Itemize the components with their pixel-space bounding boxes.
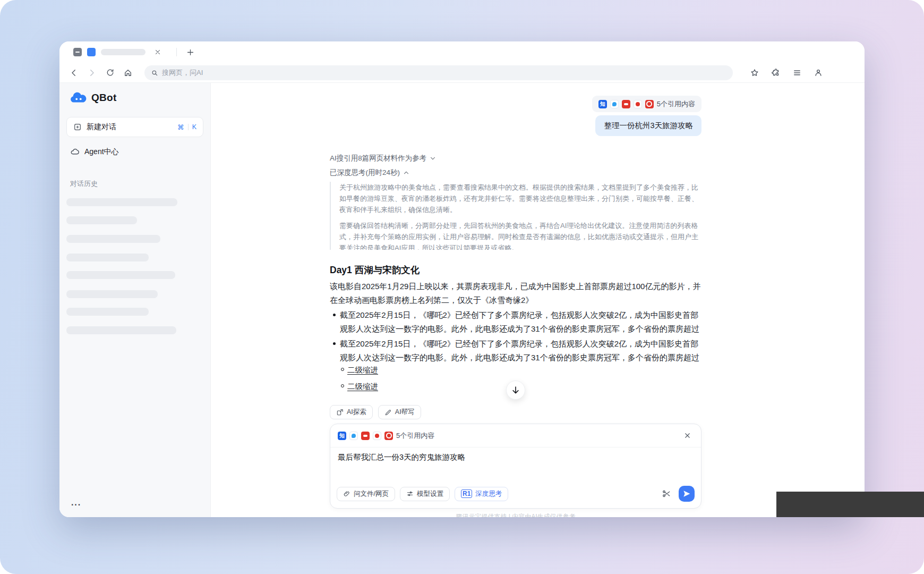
source-favicon bbox=[349, 432, 358, 440]
send-button[interactable] bbox=[679, 486, 695, 502]
extensions-icon[interactable] bbox=[769, 66, 783, 80]
chat-history-item-skeleton[interactable] bbox=[66, 216, 137, 224]
sidebar: QBot 新建对话 ⌘ K Agent中心 对话历史 bbox=[59, 83, 211, 517]
zhihu-favicon: 知 bbox=[598, 100, 607, 108]
answer-bullet: 截至2025年2月15日，《哪吒2》已经创下了多个票房纪录，包括观影人次突破2亿… bbox=[330, 308, 701, 337]
chat-history-item-skeleton[interactable] bbox=[66, 235, 160, 243]
composer-citation-row[interactable]: 知 5个引用内容 bbox=[330, 424, 701, 448]
tab-divider bbox=[176, 48, 177, 56]
forward-icon[interactable] bbox=[85, 66, 99, 80]
chat-history-item-skeleton[interactable] bbox=[66, 198, 177, 206]
address-bar-placeholder: 搜网页，问AI bbox=[162, 68, 203, 78]
bullet-dot bbox=[333, 314, 336, 316]
composer-input[interactable]: 最后帮我汇总一份3天的穷鬼旅游攻略 bbox=[338, 452, 694, 463]
composer-toolbar: 问文件/网页 模型设置 R1 深度思考 bbox=[337, 486, 695, 502]
tab-title-skeleton bbox=[101, 49, 146, 55]
new-chat-shortcut: ⌘ K bbox=[177, 123, 196, 131]
bullet-dot bbox=[333, 342, 336, 345]
sub-bullet-ring bbox=[341, 384, 344, 387]
qbot-logo-icon bbox=[70, 91, 87, 104]
chat-history-item-skeleton[interactable] bbox=[66, 254, 149, 261]
search-reference-label: AI搜引用8篇网页材料作为参考 bbox=[330, 154, 426, 163]
profile-icon[interactable] bbox=[811, 66, 825, 80]
qbot-logo-text: QBot bbox=[91, 92, 117, 104]
composer-toolbar-right bbox=[662, 486, 695, 502]
source-favicon bbox=[373, 432, 381, 440]
sidebar-more-button[interactable]: ··· bbox=[71, 500, 81, 510]
thinking-paragraph: 需要确保回答结构清晰，分两部分处理，先回答杭州的美食地点，再结合AI理论给出优化… bbox=[339, 220, 701, 250]
source-favicon bbox=[384, 432, 393, 440]
search-reference-toggle[interactable]: AI搜引用8篇网页材料作为参考 bbox=[330, 154, 437, 163]
arrow-down-icon bbox=[511, 385, 520, 395]
new-tab-button[interactable] bbox=[183, 45, 197, 59]
source-favicon bbox=[645, 100, 654, 108]
citation-count-label: 5个引用内容 bbox=[657, 99, 695, 109]
tab-bar bbox=[59, 41, 865, 63]
chat-main: 知 5个引用内容 整理一份杭州3天旅游攻略 AI搜引用8篇网页材料作为参考 bbox=[211, 83, 865, 517]
chat-history-item-skeleton[interactable] bbox=[66, 290, 158, 298]
sidebar-item-agent-center[interactable]: Agent中心 bbox=[70, 147, 119, 157]
home-icon[interactable] bbox=[121, 66, 135, 80]
chat-history-title: 对话历史 bbox=[70, 179, 98, 189]
shortcut-divider bbox=[188, 124, 189, 130]
new-chat-label: 新建对话 bbox=[87, 122, 116, 132]
source-favicon bbox=[361, 432, 370, 440]
chevron-down-icon bbox=[429, 155, 437, 162]
menu-icon[interactable] bbox=[790, 66, 804, 80]
search-icon bbox=[151, 69, 158, 77]
tab-close-icon[interactable] bbox=[151, 45, 165, 59]
chat-history-item-skeleton[interactable] bbox=[66, 308, 149, 316]
citation-count-label: 5个引用内容 bbox=[396, 431, 434, 441]
sub-bullet-ring bbox=[341, 368, 344, 371]
chat-history-item-skeleton[interactable] bbox=[66, 271, 175, 279]
refresh-icon[interactable] bbox=[103, 66, 117, 80]
answer-sub-bullet[interactable]: 二级缩进 bbox=[330, 382, 378, 392]
window-body: QBot 新建对话 ⌘ K Agent中心 对话历史 bbox=[59, 83, 865, 517]
tab-group-icon bbox=[73, 48, 82, 56]
tab-favicon bbox=[87, 48, 96, 56]
model-settings-button[interactable]: 模型设置 bbox=[400, 487, 450, 501]
deep-think-r1-button[interactable]: R1 深度思考 bbox=[455, 487, 508, 501]
shortcut-key: K bbox=[192, 123, 196, 131]
new-chat-button[interactable]: 新建对话 ⌘ K bbox=[66, 117, 203, 137]
agent-cloud-icon bbox=[70, 147, 80, 157]
thinking-block: 关于杭州旅游攻略中的美食地点，需要查看搜索结果中的文档。根据提供的搜索结果，文档… bbox=[330, 182, 701, 250]
scroll-to-bottom-button[interactable] bbox=[506, 381, 525, 400]
footer-disclaimer: 腾讯元宝提供支持 | 内容由AI生成仅供参考 bbox=[330, 512, 701, 517]
page-background: 搜网页，问AI bbox=[0, 0, 924, 574]
chat-column: 知 5个引用内容 整理一份杭州3天旅游攻略 AI搜引用8篇网页材料作为参考 bbox=[330, 83, 701, 517]
answer-sub-bullet[interactable]: 二级缩进 bbox=[330, 365, 378, 375]
source-favicon bbox=[622, 100, 630, 108]
video-overlay bbox=[776, 492, 924, 517]
deep-think-toggle[interactable]: 已深度思考(用时24秒) bbox=[330, 168, 410, 178]
chat-history-item-skeleton[interactable] bbox=[66, 326, 176, 334]
shortcut-cmd: ⌘ bbox=[177, 123, 184, 131]
composer[interactable]: 知 5个引用内容 最后帮我汇总一份3天的穷鬼旅游攻略 bbox=[330, 424, 701, 509]
source-favicon bbox=[610, 100, 619, 108]
thinking-paragraph: 关于杭州旅游攻略中的美食地点，需要查看搜索结果中的文档。根据提供的搜索结果，文档… bbox=[339, 182, 701, 215]
agent-center-label: Agent中心 bbox=[84, 147, 119, 157]
back-icon[interactable] bbox=[67, 66, 81, 80]
settings-sliders-icon bbox=[406, 490, 414, 497]
browser-window: 搜网页，问AI bbox=[59, 41, 865, 517]
qbot-logo: QBot bbox=[59, 83, 210, 104]
r1-badge: R1 bbox=[461, 489, 472, 498]
attach-file-button[interactable]: 问文件/网页 bbox=[337, 487, 395, 501]
answer-heading: Day1 西湖与宋韵文化 bbox=[330, 264, 420, 276]
close-icon[interactable] bbox=[681, 429, 694, 442]
send-plane-icon bbox=[682, 489, 691, 498]
zhihu-favicon: 知 bbox=[338, 432, 346, 440]
ai-write-button[interactable]: AI帮写 bbox=[378, 405, 421, 419]
address-bar[interactable]: 搜网页，问AI bbox=[144, 65, 733, 80]
scissors-icon[interactable] bbox=[662, 489, 671, 499]
new-chat-icon bbox=[73, 123, 82, 131]
browser-tab[interactable] bbox=[68, 45, 170, 60]
navbar-right-group bbox=[748, 66, 855, 80]
pen-icon bbox=[384, 409, 392, 416]
navigation-bar: 搜网页，问AI bbox=[59, 63, 865, 83]
explore-icon bbox=[336, 409, 344, 416]
bookmark-star-icon[interactable] bbox=[748, 66, 762, 80]
citation-sources-chip[interactable]: 知 5个引用内容 bbox=[592, 96, 701, 112]
chevron-up-icon bbox=[403, 169, 410, 176]
ai-explore-button[interactable]: AI探索 bbox=[330, 405, 373, 419]
